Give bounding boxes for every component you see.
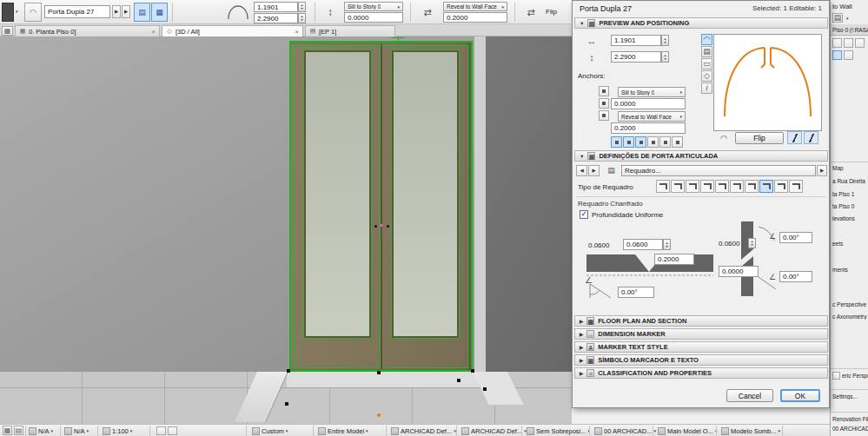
anchor-option-5-icon[interactable] [659, 136, 671, 148]
door-preview-pane[interactable] [713, 34, 822, 131]
dialog-width-field[interactable]: 1.1901 [611, 35, 661, 46]
navigator-icon-4[interactable] [832, 50, 842, 60]
selection-handle[interactable] [457, 379, 461, 382]
dialog-reveal-field[interactable]: 0.2000 [611, 122, 686, 134]
door-leaf-right[interactable] [381, 45, 468, 368]
selection-handle[interactable] [287, 369, 290, 373]
dialog-width-stepper[interactable]: ▴▾ [661, 35, 669, 46]
frame-type-option-10[interactable] [789, 180, 803, 193]
tab-3d-view[interactable]: ◇ [3D / All] × [162, 25, 303, 36]
panel-back-button[interactable]: ◀ [576, 165, 587, 176]
leaf-orientation-left-icon[interactable] [787, 131, 802, 144]
door-mode-button[interactable]: ▤ [134, 3, 150, 22]
selection-handle[interactable] [483, 387, 487, 391]
navigator-tab[interactable]: Piso 0 (!:RASA [831, 24, 868, 36]
tool-dropdown-chevron-icon[interactable]: ▾ [16, 9, 18, 14]
dialog-height-field[interactable]: 2.2900 [611, 51, 661, 63]
edit-origin-handle[interactable] [377, 413, 381, 417]
navigator-item[interactable]: ta Piso 1 [832, 191, 868, 197]
reveal-dropdown[interactable]: Reveal to Wall Face▾ [443, 2, 507, 11]
profile-control[interactable]: Custom▾ [252, 426, 288, 436]
right-angle-top-field[interactable]: 0.00° [779, 232, 812, 243]
anchor-option-3-icon[interactable] [635, 136, 646, 148]
anchor-top-icon[interactable] [599, 86, 609, 96]
width-stepper[interactable]: ▴▾ [298, 2, 306, 12]
section-dimension-marker[interactable]: ▶ ↔ DIMENSION MARKER [574, 328, 828, 340]
navigator-icon-2[interactable] [844, 38, 853, 48]
frame-type-option-6[interactable] [730, 180, 744, 193]
navigator-item[interactable]: Map [832, 165, 868, 171]
frame-type-option-2[interactable] [671, 180, 685, 193]
renovation-filter-value[interactable]: 00 ARCHICAD Default [832, 426, 868, 432]
frame-type-option-4[interactable] [700, 180, 714, 193]
navigator-item[interactable]: c Axonometry [832, 314, 868, 320]
panel-page-dropdown[interactable]: Requadro... [621, 165, 816, 176]
section-classification[interactable]: ▶ ≡ CLASSIFICATION AND PROPERTIES [574, 367, 828, 379]
flip-toolbar-label[interactable]: Flip [546, 8, 568, 16]
frame-type-option-5[interactable] [715, 180, 729, 193]
height-field[interactable]: 2.2900 [254, 13, 298, 23]
frame-type-option-8-selected[interactable] [759, 180, 773, 193]
section-simbolo-marcador[interactable]: ▶ ▣ SÍMBOLO MARCADOR E TEXTO [574, 354, 828, 366]
tab-elevation[interactable]: ▤ [EP 1] [305, 25, 395, 36]
width-field[interactable]: 1.1901 [254, 2, 298, 12]
frame-type-option-3[interactable] [686, 180, 699, 193]
settings-button[interactable]: Settings... [832, 393, 868, 400]
model-option-control[interactable]: Main Model O...▾ [658, 426, 717, 436]
navigator-item[interactable]: eets [832, 241, 868, 247]
close-tab-icon[interactable]: × [295, 28, 299, 36]
section-door-definitions[interactable]: ▼ ▣ DEFINIÇÕES DE PORTA ARTICULADA [574, 150, 828, 162]
navigator-item[interactable]: ta Piso 0 [832, 203, 868, 209]
selection-handle[interactable] [377, 371, 381, 374]
navigator-item[interactable]: eric Perspect... [842, 373, 868, 379]
viewport-3d[interactable] [0, 36, 572, 424]
flip-button[interactable]: Flip [735, 132, 784, 144]
layer-combination-control[interactable]: N/A▾ [29, 426, 53, 436]
preview-info-icon[interactable]: i [701, 83, 712, 94]
navigator-icon-5[interactable] [844, 50, 853, 60]
left-angle-field[interactable]: 0.00° [618, 287, 654, 298]
preview-plan-view-icon[interactable]: ◠ [701, 34, 712, 45]
quick-options-icon-1[interactable]: ▦ [3, 426, 12, 435]
tab-floor-plan[interactable]: ▦ 0. Planta Piso 0] × [15, 25, 160, 36]
double-door-object[interactable] [289, 41, 473, 372]
mvo-control[interactable]: ARCHICAD Def...▾ [391, 426, 456, 436]
right-dim-stepper[interactable]: ▴▾ [748, 238, 756, 248]
navigator-icon-1[interactable] [832, 38, 842, 48]
frame-type-option-1[interactable] [656, 180, 670, 193]
navigator-item[interactable]: a Rua Direita [832, 178, 868, 184]
door-tool-icon[interactable]: ◠ [24, 3, 42, 22]
panel-forward-button[interactable]: ▶ [588, 165, 600, 176]
chevron-down-icon[interactable]: ▾ [846, 16, 849, 21]
section-floor-plan[interactable]: ▶ ▦ FLOOR PLAN AND SECTION [574, 315, 828, 327]
anchor-option-1-icon[interactable] [611, 136, 622, 148]
sill-anchor-dropdown[interactable]: Sill to Story 0▾ [344, 2, 403, 11]
preview-elevation-view-icon[interactable]: ▤ [701, 46, 712, 57]
ok-button[interactable]: OK [780, 389, 820, 402]
close-tab-icon[interactable]: × [151, 28, 156, 36]
anchor-option-4-icon[interactable] [647, 136, 659, 148]
quick-options-icon-2[interactable]: ▤ [14, 426, 23, 435]
settings-mode-button[interactable]: ▦ [151, 3, 168, 22]
navigator-item[interactable]: ments [832, 267, 868, 273]
door-leaf-left[interactable] [294, 45, 381, 368]
panel-page-next-icon[interactable]: ▶ [817, 165, 827, 176]
uniform-depth-checkbox[interactable]: ✓ [580, 210, 588, 219]
scale-control[interactable]: 1:100▾ [103, 426, 132, 436]
anchor-option-6-icon[interactable] [672, 136, 683, 148]
pen-set-control[interactable]: N/A▾ [64, 426, 89, 436]
cancel-button[interactable]: Cancel [726, 389, 773, 402]
favorite-prev-icon[interactable]: ▶ [112, 5, 121, 18]
anchor-middle-icon[interactable] [599, 98, 609, 109]
dialog-sill-dropdown[interactable]: Sill to Story 0▾ [618, 87, 686, 97]
frame-type-option-9[interactable] [774, 180, 788, 193]
leaf-orientation-right-icon[interactable] [804, 131, 818, 144]
reveal-value-field[interactable]: 0.2000 [443, 12, 507, 23]
left-dim-stepper[interactable]: ▴▾ [663, 239, 671, 250]
model-view-icon-2[interactable] [168, 426, 177, 435]
frame-type-option-7[interactable] [745, 180, 759, 193]
navigator-item[interactable]: levations [832, 215, 868, 221]
right-offset-field[interactable]: 0.0000 [719, 266, 759, 277]
active-tool-icon[interactable] [2, 3, 14, 22]
right-angle-bottom-field[interactable]: 0.00° [779, 271, 812, 282]
